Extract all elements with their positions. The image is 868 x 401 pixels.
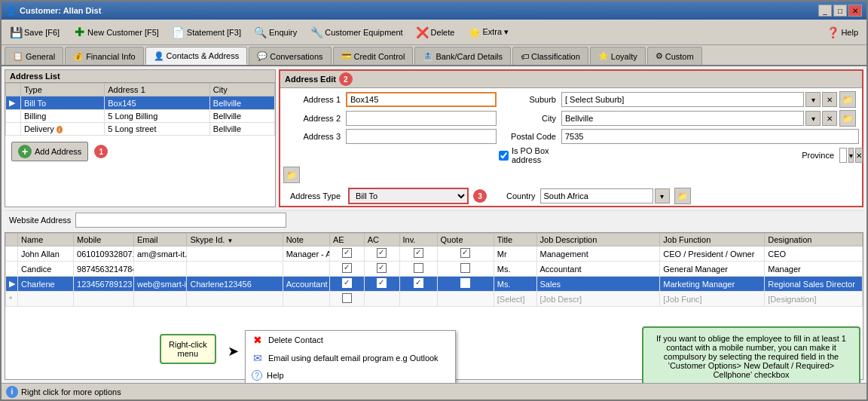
table-row[interactable]: Delivery i 5 Long street Bellville — [6, 123, 275, 136]
city-clear-btn[interactable]: ✕ — [822, 111, 837, 126]
info-icon: i — [57, 126, 63, 133]
general-icon: 📋 — [13, 51, 23, 61]
maximize-button[interactable]: □ — [833, 5, 847, 17]
tab-financial-info[interactable]: 💰 Financial Info — [65, 47, 143, 65]
tab-bank-card[interactable]: 🏦 Bank/Card Details — [414, 47, 511, 65]
city-input[interactable] — [561, 111, 804, 126]
table-row[interactable]: Billing 5 Long Billing Bellville — [6, 110, 275, 123]
contact-inv[interactable] — [399, 262, 437, 277]
col-ae: AE — [329, 234, 364, 246]
tab-classification[interactable]: 🏷 Classification — [512, 47, 588, 65]
city-dropdown-btn[interactable]: ▾ — [805, 111, 821, 126]
contact-job-desc: Sales — [536, 277, 660, 292]
table-row[interactable]: Candice 9874563214784 Ms. Accountant Ge — [6, 262, 863, 277]
tab-custom[interactable]: ⚙ Custom — [647, 47, 702, 65]
table-row[interactable]: John Allan 0610109328071 am@smart-it.co.… — [6, 246, 863, 262]
address1-input[interactable] — [346, 92, 497, 107]
province-clear-btn[interactable]: ✕ — [855, 148, 863, 163]
tab-loyalty[interactable]: ⭐ Loyalty — [590, 47, 646, 65]
col-inv: Inv. — [399, 234, 437, 246]
country-input[interactable] — [540, 188, 653, 204]
contact-quote[interactable] — [437, 277, 494, 292]
address-type-select[interactable]: Bill To — [348, 188, 469, 204]
tab-contacts-label: Contacts & Address — [167, 51, 240, 60]
main-window: 👤 Customer: Allan Dist _ □ ✕ 💾 Save [F6]… — [0, 0, 868, 401]
statement-label: Statement [F3] — [187, 28, 241, 37]
address3-input[interactable] — [346, 129, 497, 144]
contact-email: am@smart-it.co.za — [133, 246, 187, 262]
contact-quote[interactable] — [437, 262, 494, 277]
new-customer-button[interactable]: ✚ New Customer [F5] — [68, 22, 164, 43]
contact-ae[interactable] — [329, 262, 364, 277]
enquiry-button[interactable]: 🔍 Enquiry — [249, 22, 302, 43]
add-address-button[interactable]: + Add Address — [11, 142, 88, 161]
website-input[interactable] — [75, 213, 286, 228]
status-text: Right click for more options — [21, 387, 121, 396]
province-dropdown-btn[interactable]: ▾ — [848, 148, 854, 163]
statement-icon: 📄 — [173, 26, 185, 38]
contact-ac[interactable] — [364, 246, 399, 262]
table-row[interactable]: ▶ Bill To Box145 Bellville — [6, 96, 275, 110]
postal-code-input[interactable] — [561, 129, 859, 144]
country-folder-btn[interactable]: 📁 — [674, 188, 691, 204]
city-folder-btn[interactable]: 📁 — [839, 110, 856, 127]
context-menu-delete[interactable]: ✖ Delete Contact — [246, 331, 455, 349]
suburb-clear-btn[interactable]: ✕ — [822, 92, 837, 107]
statement-button[interactable]: 📄 Statement [F3] — [167, 22, 246, 43]
contact-ac[interactable] — [364, 277, 399, 292]
contact-inv[interactable] — [399, 292, 437, 307]
help-icon: ❓ — [827, 26, 839, 38]
contact-ae[interactable] — [329, 277, 364, 292]
is-po-box-checkbox[interactable] — [499, 151, 509, 161]
customer-equipment-button[interactable]: 🔧 Customer Equipment — [305, 22, 408, 43]
contact-ae[interactable] — [329, 246, 364, 262]
addr-type: Billing — [21, 110, 105, 123]
suburb-dropdown-btn[interactable]: ▾ — [805, 92, 821, 107]
help-button[interactable]: ❓ Help — [821, 22, 863, 43]
extra-button[interactable]: ⭐ Extra ▾ — [463, 22, 514, 43]
loyalty-icon: ⭐ — [598, 51, 609, 61]
tab-general[interactable]: 📋 General — [5, 47, 63, 65]
table-row[interactable]: * [Select] [Job Descr] — [6, 292, 863, 307]
province-input[interactable] — [839, 148, 847, 163]
contact-inv[interactable] — [399, 246, 437, 262]
contact-ac[interactable] — [364, 262, 399, 277]
website-row: Website Address — [5, 210, 863, 229]
context-menu-email[interactable]: ✉ Email using default email program e.g … — [246, 349, 455, 367]
address3-label: Address 3 — [283, 132, 344, 141]
table-row[interactable]: ▶ Charlene 123456789123 web@smart-it.co.… — [6, 277, 863, 292]
email-icon: ✉ — [252, 352, 264, 364]
contact-quote[interactable] — [437, 292, 494, 307]
contact-designation: [Designation] — [765, 292, 863, 307]
addr-address1: 5 Long Billing — [105, 110, 210, 123]
contact-quote[interactable] — [437, 246, 494, 262]
tab-contacts-address[interactable]: 👤 Contacts & Address — [145, 47, 248, 65]
col-quote: Quote — [437, 234, 494, 246]
addr-type: Delivery i — [21, 123, 105, 136]
addr-col-arrow — [6, 84, 21, 96]
contact-ae[interactable] — [329, 292, 364, 307]
close-button[interactable]: ✕ — [848, 5, 862, 17]
tabs: 📋 General 💰 Financial Info 👤 Contacts & … — [2, 45, 866, 66]
col-ac: AC — [364, 234, 399, 246]
province-folder-btn[interactable]: 📁 — [283, 167, 300, 183]
minimize-button[interactable]: _ — [818, 5, 832, 17]
tab-credit-control[interactable]: 💳 Credit Control — [333, 47, 414, 65]
contact-inv[interactable] — [399, 277, 437, 292]
address2-input[interactable] — [346, 111, 497, 126]
enquiry-icon: 🔍 — [255, 26, 267, 38]
tab-conversations[interactable]: 💬 Conversations — [249, 47, 331, 65]
col-designation: Designation — [765, 234, 863, 246]
contact-note — [283, 262, 329, 277]
save-button[interactable]: 💾 Save [F6] — [5, 22, 65, 43]
suburb-label: Suburb — [499, 95, 559, 104]
contact-ac[interactable] — [364, 292, 399, 307]
suburb-folder-btn[interactable]: 📁 — [839, 91, 856, 108]
country-dropdown-btn[interactable]: ▾ — [655, 188, 670, 204]
delete-button[interactable]: ❌ Delete — [411, 22, 460, 43]
save-label: Save [F6] — [24, 28, 60, 37]
title-bar: 👤 Customer: Allan Dist _ □ ✕ — [2, 2, 866, 20]
contact-name: Charlene — [18, 277, 74, 292]
suburb-input[interactable] — [561, 92, 804, 107]
context-menu-help[interactable]: ? Help — [246, 367, 455, 383]
